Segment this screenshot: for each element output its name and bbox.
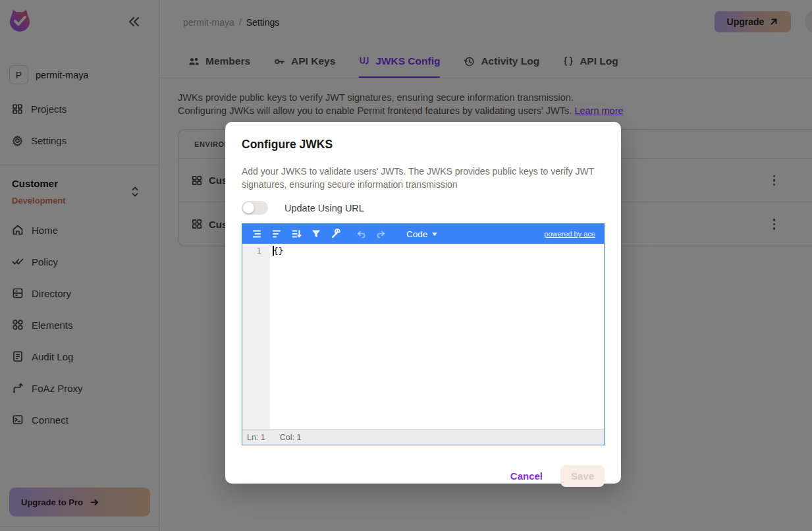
repair-wrench-icon[interactable] [327,225,344,242]
chevron-down-icon [432,233,437,236]
toggle-knob [243,202,254,213]
modal-footer: Cancel Save [242,465,605,487]
editor-toolbar: Code powered by ace [242,224,604,244]
format-json-icon[interactable] [248,225,265,242]
configure-jwks-modal: Configure JWKS Add your JWKS to validate… [225,122,621,484]
text-cursor [273,246,274,256]
editor-status-bar: Ln: 1 Col: 1 [242,429,604,445]
modal-title: Configure JWKS [242,138,605,152]
powered-by-ace-link[interactable]: powered by ace [544,230,598,238]
update-using-url-toggle[interactable] [242,201,268,215]
editor-body[interactable]: 1 {} [242,244,604,429]
cancel-button[interactable]: Cancel [510,470,543,482]
permit-app: P permit-maya Projects Settings Custo [0,0,812,531]
compact-json-icon[interactable] [268,225,285,242]
modal-description: Add your JWKS to validate users' JWTs. T… [242,165,603,191]
toggle-label: Update Using URL [284,203,364,213]
undo-icon[interactable] [352,225,369,242]
update-using-url-row: Update Using URL [242,201,605,215]
jwks-json-editor: Code powered by ace 1 {} Ln: 1 Col: 1 [242,223,605,445]
editor-content: {} [273,246,284,256]
editor-mode-label: Code [406,229,427,239]
redo-icon[interactable] [372,225,389,242]
save-button[interactable]: Save [560,465,605,487]
status-col: Col: 1 [280,433,302,442]
sort-icon[interactable] [288,225,305,242]
status-line: Ln: 1 [247,433,265,442]
transform-filter-icon[interactable] [308,225,325,242]
editor-mode-dropdown[interactable]: Code [406,229,437,239]
editor-code-area[interactable]: {} [270,244,604,429]
editor-line-number: 1 [242,244,270,429]
